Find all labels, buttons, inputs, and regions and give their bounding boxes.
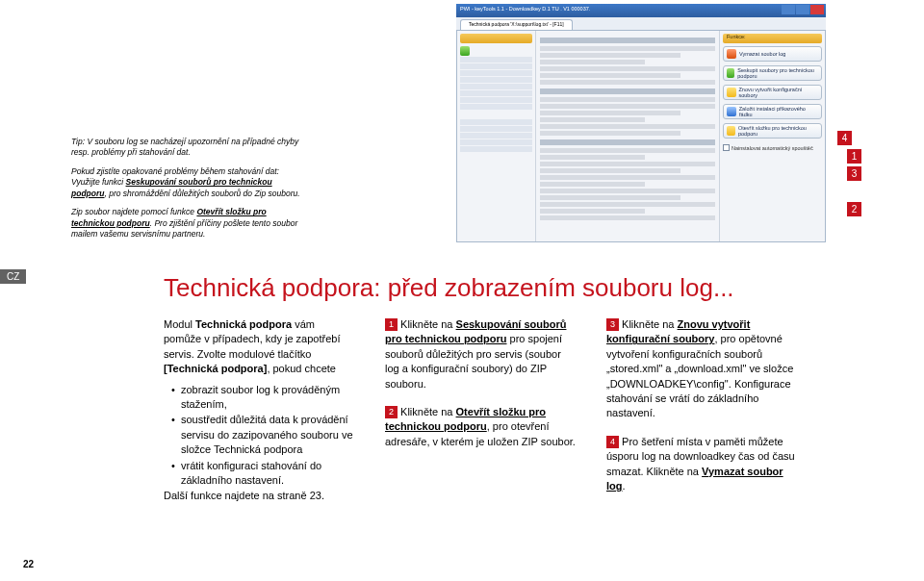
- callout-1: 1: [847, 149, 861, 164]
- tip-p1: Tip: V souboru log se nacházejí upozorně…: [71, 137, 302, 159]
- log-viewer: [536, 31, 719, 241]
- language-tab: CZ: [0, 269, 26, 284]
- recreate-config-button[interactable]: Znovu vytvořit konfigurační soubory: [723, 85, 822, 100]
- close-icon: [810, 5, 824, 14]
- minimize-icon: [782, 5, 795, 14]
- step-1: 1 Klikněte na Seskupování souborů pro te…: [385, 317, 576, 392]
- callout-3: 3: [847, 166, 861, 181]
- step-3: 3 Klikněte na Znovu vytvořit konfiguračn…: [606, 317, 797, 421]
- package-icon: [727, 68, 734, 78]
- callout-4: 4: [837, 131, 852, 145]
- tip-p3: Zip soubor najdete pomocí funkce Otevřít…: [71, 207, 302, 240]
- folder-icon: [727, 126, 735, 136]
- intro-outro: Další funkce najdete na straně 23.: [164, 489, 354, 503]
- left-toggle: [460, 46, 532, 56]
- autostart-check[interactable]: Nainstalovat automatický spouštěč: [723, 144, 822, 151]
- steps-column-a: 1 Klikněte na Seskupování souborů pro te…: [385, 317, 576, 463]
- list-item: vrátit konfiguraci stahování do základní…: [171, 459, 354, 489]
- trash-icon: [727, 49, 736, 59]
- checkbox-icon: [723, 144, 730, 151]
- tip-p2: Pokud zjistíte opakované problémy během …: [71, 166, 302, 199]
- window-titlebar: PWI - keyTools 1.1 - Downloadkey D.1 TU …: [456, 4, 826, 17]
- app-body: Funkce: Vymazat soubor log Seskupit soub…: [456, 31, 826, 242]
- step-4: 4 Pro šetření místa v paměti můžete úspo…: [606, 435, 797, 494]
- right-panel: Funkce: Vymazat soubor log Seskupit soub…: [719, 31, 825, 241]
- steps-column-b: 3 Klikněte na Znovu vytvořit konfiguračn…: [606, 317, 797, 507]
- window-title-text: PWI - keyTools 1.1 - Downloadkey D.1 TU …: [460, 6, 590, 12]
- intro-list: zobrazit soubor log k prováděným stažení…: [164, 383, 354, 489]
- maximize-icon: [796, 5, 809, 14]
- page-number: 22: [23, 559, 34, 569]
- bundle-files-button[interactable]: Seskupit soubory pro technickou podporu: [723, 65, 822, 81]
- clear-log-button[interactable]: Vymazat soubor log: [723, 46, 822, 62]
- terminal-icon: [727, 107, 736, 116]
- step-badge-3: 3: [606, 318, 619, 331]
- step-badge-4: 4: [606, 436, 619, 448]
- app-screenshot: PWI - keyTools 1.1 - Downloadkey D.1 TU …: [456, 4, 826, 242]
- tab-bar: Technická podpora 'X:\support\log.txt' -…: [456, 17, 826, 31]
- callout-2: 2: [847, 202, 861, 216]
- step-badge-1: 1: [385, 318, 398, 331]
- step-badge-2: 2: [385, 406, 398, 418]
- tab-support[interactable]: Technická podpora 'X:\support\log.txt' -…: [460, 19, 573, 30]
- window-buttons: [782, 5, 824, 14]
- install-cli-button[interactable]: Založit instalaci příkazového řádku: [723, 104, 822, 119]
- left-panel: [457, 31, 536, 241]
- list-item: zobrazit soubor log k prováděným stažení…: [171, 383, 354, 413]
- page-title: Technická podpora: před zobrazením soubo…: [164, 273, 734, 303]
- open-folder-button[interactable]: Otevřít složku pro technickou podporu: [723, 123, 822, 139]
- intro-column: Modul Technická podpora vám pomůže v pří…: [164, 317, 354, 510]
- tip-block: Tip: V souboru log se nacházejí upozorně…: [71, 137, 302, 248]
- step-2: 2 Klikněte na Otevřít složku pro technic…: [385, 405, 576, 449]
- left-panel-header: [460, 34, 532, 43]
- left-list: [460, 57, 532, 110]
- intro-text: Modul Technická podpora vám pomůže v pří…: [164, 317, 354, 377]
- expand-icon: [460, 46, 470, 56]
- refresh-icon: [727, 88, 736, 97]
- list-item: soustředit důležitá data k provádění ser…: [171, 413, 354, 457]
- left-list2: [460, 119, 532, 152]
- right-panel-header: Funkce:: [723, 34, 822, 43]
